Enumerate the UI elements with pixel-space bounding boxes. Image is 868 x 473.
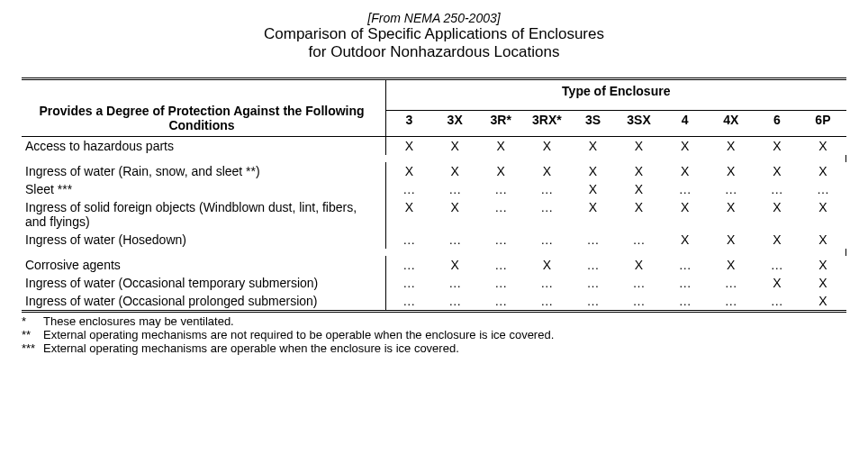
cell-value: X [570,198,616,231]
cell-value: … [662,256,708,274]
row-label: Corrosive agents [22,256,386,274]
cell-value: X [800,198,845,231]
cell-value: X [616,137,662,156]
cell-value: … [754,180,800,198]
cell-value: … [708,180,754,198]
cell-value: … [616,231,662,249]
cell-value: … [524,231,570,249]
footnote: ***External operating mechanisms are ope… [22,341,846,355]
cell-value: X [386,137,432,156]
row-label: Ingress of water (Occasional temporary s… [22,274,386,292]
cell-value: X [708,256,754,274]
cell-value: X [754,162,800,180]
cell-value: … [478,292,524,310]
cell-value: … [386,231,432,249]
cell-value: X [754,274,800,292]
cell-value: X [754,198,800,231]
row-label: Sleet *** [22,180,386,198]
row-header-label: Provides a Degree of Protection Against … [22,80,386,137]
cell-value: X [478,137,524,156]
footnote-mark: ** [22,328,43,341]
page-subtitle: for Outdoor Nonhazardous Locations [22,43,846,61]
cell-value: … [386,256,432,274]
row-spacer [22,155,846,162]
cell-value: … [432,274,478,292]
row-label: Ingress of water (Hosedown) [22,231,386,249]
cell-value: X [524,162,570,180]
footnote-text: External operating mechanisms are operab… [43,341,459,355]
col-header: 4X [708,111,754,137]
cell-value: … [570,231,616,249]
footnote-text: External operating mechanisms are not re… [43,328,554,341]
cell-value: … [432,292,478,310]
col-header: 3RX* [524,111,570,137]
cell-value: X [708,137,754,156]
cell-value: … [524,180,570,198]
cell-value: … [432,180,478,198]
table-row: Ingress of water (Hosedown)………………XXXX [22,231,846,249]
cell-value: X [754,231,800,249]
cell-value: … [386,180,432,198]
cell-value: X [754,137,800,156]
cell-value: X [800,292,845,310]
cell-value: X [432,137,478,156]
cell-value: X [570,137,616,156]
cell-value: … [386,274,432,292]
cell-value: … [662,292,708,310]
cell-value: … [662,274,708,292]
cell-value: X [524,256,570,274]
cell-value: … [524,292,570,310]
cell-value: X [708,162,754,180]
footnote-mark: * [22,314,43,328]
page-title: Comparison of Specific Applications of E… [22,25,846,43]
cell-value: … [432,231,478,249]
cell-value: … [478,180,524,198]
cell-value: X [662,231,708,249]
table-row: Sleet ***…………XX………… [22,180,846,198]
row-label: Access to hazardous parts [22,137,386,156]
cell-value: X [800,256,845,274]
cell-value: … [754,256,800,274]
footnote-text: These enclosures may be ventilated. [43,314,234,328]
type-of-enclosure-header: Type of Enclosure [386,80,846,111]
footnote-mark: *** [22,341,43,355]
table-row: Ingress of water (Occasional temporary s… [22,274,846,292]
cell-value: … [570,292,616,310]
col-header: 3S [570,111,616,137]
table-row: Ingress of solid foreign objects (Windbl… [22,198,846,231]
cell-value: … [478,274,524,292]
col-header: 4 [662,111,708,137]
table-row: Corrosive agents…X…X…X…X…X [22,256,846,274]
cell-value: X [570,162,616,180]
cell-value: … [708,292,754,310]
cell-value: … [616,274,662,292]
enclosure-table: Provides a Degree of Protection Against … [22,80,846,310]
cell-value: … [616,292,662,310]
cell-value: X [570,180,616,198]
cell-value: X [432,256,478,274]
cell-value: X [386,198,432,231]
cell-value: … [662,180,708,198]
cell-value: … [524,198,570,231]
cell-value: X [800,162,845,180]
row-label: Ingress of water (Rain, snow, and sleet … [22,162,386,180]
enclosure-table-wrap: Provides a Degree of Protection Against … [22,77,846,313]
cell-value: X [662,162,708,180]
cell-value: X [708,231,754,249]
cell-value: … [570,256,616,274]
cell-value: X [386,162,432,180]
cell-value: … [570,274,616,292]
cell-value: X [616,256,662,274]
table-row: Ingress of water (Occasional prolonged s… [22,292,846,310]
cell-value: X [616,180,662,198]
cell-value: X [800,231,845,249]
cell-value: X [662,137,708,156]
table-row: Access to hazardous partsXXXXXXXXXX [22,137,846,156]
cell-value: … [754,292,800,310]
col-header: 3 [386,111,432,137]
footnotes: *These enclosures may be ventilated.**Ex… [22,314,846,355]
col-header: 3R* [478,111,524,137]
footnote: *These enclosures may be ventilated. [22,314,846,328]
cell-value: … [478,198,524,231]
cell-value: X [616,162,662,180]
